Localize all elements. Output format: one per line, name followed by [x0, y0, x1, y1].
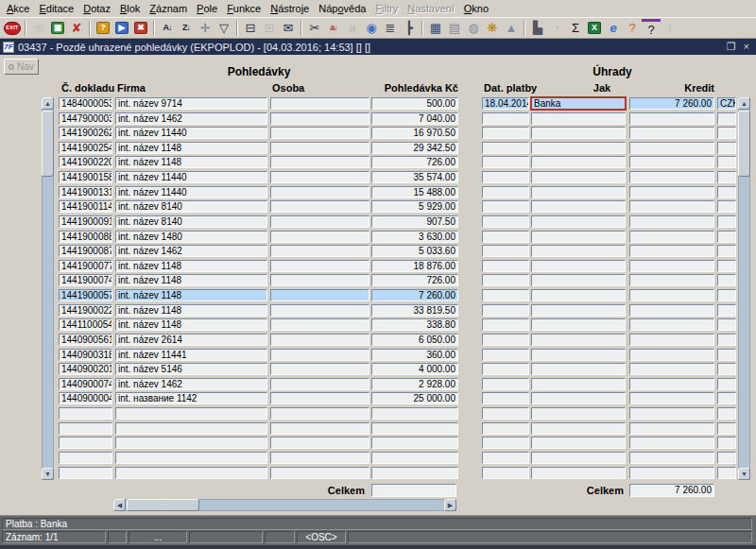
payment-cell-datum[interactable] [482, 467, 529, 479]
payment-cell-mena[interactable] [717, 245, 736, 257]
payment-cell-mena[interactable] [717, 127, 736, 139]
payment-cell-kredit[interactable] [629, 304, 714, 317]
payment-cell-kredit[interactable] [629, 245, 714, 257]
receivable-cell-firma[interactable]: int. název 8140 [115, 200, 267, 213]
payment-cell-datum[interactable] [482, 452, 529, 464]
payment-cell-jak[interactable] [531, 452, 626, 464]
receivable-cell-doklad[interactable]: 1441900262 [59, 127, 112, 139]
menu-item-akce[interactable]: Akce [2, 1, 34, 16]
receivable-cell-osoba[interactable] [270, 215, 369, 228]
receivable-cell-firma[interactable]: int. název 5146 [115, 363, 267, 375]
payment-cell-mena[interactable] [717, 452, 736, 464]
sort-ascending-icon[interactable]: A↓ [158, 19, 177, 37]
payment-cell-kredit[interactable] [629, 349, 714, 361]
payment-cell-kredit[interactable] [629, 407, 714, 420]
receivable-cell-doklad[interactable]: 1441900220 [59, 156, 112, 168]
sum-sigma-icon[interactable]: Σ [566, 19, 585, 37]
receivable-cell-osoba[interactable] [270, 334, 369, 346]
receivable-cell-firma[interactable] [115, 437, 267, 449]
receivable-cell-doklad[interactable]: 1441900254 [59, 142, 112, 154]
payment-cell-jak[interactable] [531, 378, 626, 390]
payment-cell-datum[interactable] [482, 304, 529, 317]
receivable-cell-doklad[interactable]: 1484000053 [59, 97, 112, 110]
payment-cell-mena[interactable] [717, 231, 736, 243]
receivable-cell-firma[interactable]: int. název 1148 [115, 156, 267, 168]
payment-cell-jak[interactable] [531, 245, 626, 257]
receivable-cell-pohledavka[interactable] [371, 422, 458, 435]
payment-cell-datum[interactable] [482, 407, 529, 420]
receivable-cell-osoba[interactable] [270, 200, 369, 213]
receivable-cell-pohledavka[interactable] [371, 437, 458, 449]
receivable-cell-osoba[interactable] [270, 437, 369, 449]
payment-cell-jak[interactable] [531, 186, 626, 198]
receivable-cell-osoba[interactable] [270, 318, 369, 331]
receivable-cell-firma[interactable]: int. název 2614 [115, 334, 267, 346]
forklift-icon[interactable]: ▙ [528, 19, 547, 37]
receivable-cell-doklad[interactable]: 1441900077 [59, 260, 112, 272]
note-icon[interactable]: ▤ [445, 19, 464, 37]
restore-button[interactable]: ❐ [723, 41, 740, 52]
payment-cell-datum[interactable] [482, 245, 529, 257]
receivable-cell-pohledavka[interactable]: 33 819.50 [371, 304, 458, 317]
payment-cell-kredit[interactable] [629, 156, 714, 168]
receivable-cell-doklad[interactable]: 1441900091 [59, 215, 112, 228]
payment-cell-jak[interactable] [531, 467, 626, 479]
payment-cell-mena[interactable] [717, 363, 736, 375]
payment-cell-kredit[interactable] [629, 231, 714, 243]
payment-cell-jak[interactable] [531, 231, 626, 243]
payment-cell-jak[interactable]: Banka [531, 97, 626, 110]
payment-cell-jak[interactable] [531, 215, 626, 228]
tools-wrench-icon[interactable]: ✛ [196, 19, 215, 37]
menu-item-nástroje[interactable]: Nástroje [266, 1, 314, 16]
payment-cell-jak[interactable] [531, 112, 626, 125]
payment-cell-mena[interactable] [717, 200, 736, 213]
menu-item-pole[interactable]: Pole [192, 1, 222, 16]
receivable-cell-firma[interactable]: int. název 8140 [115, 215, 267, 228]
receivable-cell-firma[interactable]: int. název 11440 [115, 127, 267, 139]
payment-cell-mena[interactable] [717, 437, 736, 449]
receivable-cell-doklad[interactable] [59, 467, 112, 479]
receivable-cell-osoba[interactable] [270, 392, 369, 404]
receivable-cell-doklad[interactable]: 1441900022 [59, 304, 112, 317]
receivable-cell-pohledavka[interactable]: 360.00 [371, 349, 458, 361]
payment-cell-mena[interactable] [717, 171, 736, 183]
receivables-scroll-right[interactable]: ▶ [444, 499, 456, 511]
receivables-hscroll-thumb[interactable]: ∙∙∙ [127, 499, 199, 511]
payment-cell-datum[interactable] [482, 112, 529, 125]
globe-icon[interactable]: ◍ [464, 19, 483, 37]
receivable-cell-osoba[interactable] [270, 186, 369, 198]
payment-cell-jak[interactable] [531, 334, 626, 346]
payment-cell-mena[interactable] [717, 215, 736, 228]
alert-mountain-icon[interactable]: ▲ [502, 19, 521, 37]
payment-cell-mena[interactable] [717, 422, 736, 435]
exit-button[interactable]: EXIT [3, 19, 22, 37]
receivable-cell-pohledavka[interactable]: 35 574.00 [371, 171, 458, 183]
payment-cell-datum[interactable] [482, 260, 529, 272]
payment-cell-datum[interactable] [482, 200, 529, 213]
tree-view-icon[interactable]: ┣ [400, 19, 419, 37]
receivable-cell-firma[interactable] [115, 467, 267, 479]
payment-cell-mena[interactable] [717, 156, 736, 168]
payment-cell-kredit[interactable] [629, 452, 714, 464]
menu-item-dotaz[interactable]: Dotaz [78, 1, 115, 16]
receivable-cell-doklad[interactable]: 1440900561 [59, 334, 112, 346]
receivable-cell-pohledavka[interactable]: 338.80 [371, 318, 458, 331]
receivable-cell-osoba[interactable] [270, 127, 369, 139]
payments-vscroll-thumb[interactable] [738, 111, 750, 177]
receivable-cell-doklad[interactable]: 1441900088 [59, 231, 112, 243]
payment-cell-kredit[interactable] [629, 274, 714, 286]
receivable-cell-pohledavka[interactable] [371, 407, 458, 420]
payment-cell-datum[interactable]: 18.04.2014 [482, 97, 529, 110]
receivable-cell-firma[interactable]: int. název 1148 [115, 274, 267, 286]
payment-cell-kredit[interactable] [629, 378, 714, 390]
payment-cell-mena[interactable] [717, 318, 736, 331]
receivable-cell-pohledavka[interactable]: 29 342.50 [371, 142, 458, 154]
receivable-cell-doklad[interactable]: 1440900318 [59, 349, 112, 361]
payment-cell-jak[interactable] [531, 200, 626, 213]
find-icon[interactable]: ◉ [362, 19, 381, 37]
execute-query-icon[interactable]: ▶ [112, 19, 131, 37]
menu-item-editace[interactable]: Editace [34, 1, 78, 16]
payment-cell-kredit[interactable] [629, 215, 714, 228]
receivable-cell-osoba[interactable] [270, 142, 369, 154]
receivable-cell-firma[interactable]: int. název 1148 [115, 142, 267, 154]
